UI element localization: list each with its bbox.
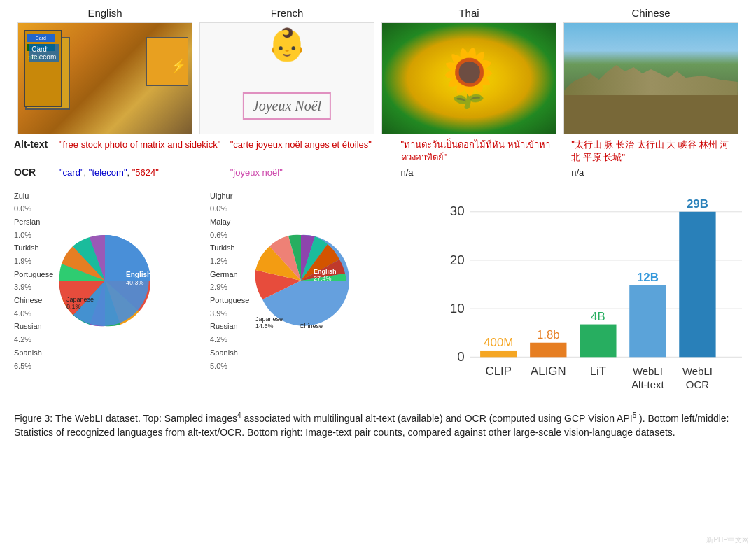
svg-text:29B: 29B (687, 197, 708, 211)
english-label: English (88, 7, 122, 19)
svg-text:ALIGN: ALIGN (531, 365, 566, 378)
pie2-label-malay: Malay0.6% (210, 215, 249, 241)
svg-text:30: 30 (450, 204, 465, 218)
alt-text-english-text: "free stock photo of matrix and sidekick… (59, 139, 220, 150)
svg-text:0: 0 (457, 348, 464, 363)
top-section: English Card telecom 5624 ⚡ French 👶 (14, 7, 742, 183)
bar-webli-alt (629, 285, 666, 357)
image-row: English Card telecom 5624 ⚡ French 👶 (14, 7, 742, 134)
svg-text:English: English (126, 271, 151, 278)
ocr-english: "card", "telecom", "5624" (59, 167, 230, 179)
pie2-label-spanish: Spanish5.0% (210, 346, 249, 372)
svg-text:10: 10 (450, 300, 465, 315)
pie1-label-chinese: Chinese4.0% (14, 294, 53, 320)
bottom-section: Zulu0.0% Persian1.0% Turkish1.9% Portugu… (14, 190, 742, 402)
alt-text-english: "free stock photo of matrix and sidekick… (59, 139, 230, 164)
english-col: English Card telecom 5624 ⚡ (18, 7, 192, 134)
svg-text:English: English (314, 268, 337, 275)
ocr-thai: n/a (401, 167, 572, 179)
alt-text-french-text: "carte joyeux noël anges et étoiles" (230, 139, 372, 150)
alt-text-thai: "ทานตะวันเป็นดอกไม้ที่หัน หน้าเข้าหาดวงอ… (401, 139, 572, 164)
watermark: 新PHP中文网 (706, 535, 749, 545)
alt-text-french: "carte joyeux noël anges et étoiles" (230, 139, 401, 164)
svg-text:WebLI: WebLI (682, 365, 713, 377)
svg-text:4B: 4B (591, 310, 606, 323)
svg-text:OCR: OCR (686, 378, 709, 390)
caption: Figure 3: The WebLI dataset. Top: Sample… (14, 410, 742, 441)
bar-chart-svg: 30 20 10 0 400M CLIP 1.8b ALIGN 4B LiT 1… (441, 190, 742, 399)
pie2-label-german: German2.9% (210, 268, 249, 294)
caption-text2: associated with multilingual alt-text (a… (241, 412, 633, 423)
thai-col: Thai 🌻 (382, 7, 556, 134)
svg-text:20: 20 (450, 252, 465, 267)
alt-text-thai-text: "ทานตะวันเป็นดอกไม้ที่หัน หน้าเข้าหาดวงอ… (401, 139, 550, 162)
pie1-label-persian: Persian1.0% (14, 215, 53, 241)
french-image: 👶 Joyeux Noël (200, 22, 374, 134)
ocr-french-text: "joyeux noël" (230, 167, 283, 178)
alt-text-row: Alt-text "free stock photo of matrix and… (14, 139, 742, 164)
bar-lit (580, 324, 616, 357)
chinese-image (564, 22, 738, 134)
ocr-chinese: n/a (571, 167, 742, 179)
caption-text1: Figure 3: The WebLI dataset. Top: Sample… (14, 412, 237, 423)
ocr-thai-na: n/a (401, 167, 414, 178)
pie2-container: Uighur0.0% Malay0.6% Turkish1.2% German2… (210, 190, 427, 402)
pie1-label-portuguese: Portuguese3.9% (14, 268, 53, 294)
thai-label: Thai (458, 7, 479, 19)
pie1-labels-left: Zulu0.0% Persian1.0% Turkish1.9% Portugu… (14, 190, 53, 373)
pie2-labels-left: Uighur0.0% Malay0.6% Turkish1.2% German2… (210, 190, 249, 373)
svg-text:27.4%: 27.4% (314, 275, 332, 282)
pie1-label-spanish: Spanish6.5% (14, 346, 53, 372)
ocr-english-telecom: "telecom" (89, 167, 127, 178)
pie2-label-russian: Russian4.2% (210, 320, 249, 346)
ocr-chinese-na: n/a (571, 167, 584, 178)
pie2-label-turkish: Turkish1.2% (210, 241, 249, 267)
chinese-label: Chinese (631, 7, 670, 19)
svg-text:400M: 400M (484, 336, 513, 349)
bar-clip (480, 351, 517, 357)
pie1-label-zulu: Zulu0.0% (14, 190, 53, 215)
alt-text-chinese-text: "太行山 脉 长治 太行山 大 峡谷 林州 河北 平原 长城" (571, 139, 729, 162)
alt-text-chinese: "太行山 脉 长治 太行山 大 峡谷 林州 河北 平原 长城" (571, 139, 742, 164)
svg-text:Japanese: Japanese (66, 296, 94, 303)
bar-align (530, 342, 566, 357)
ocr-french: "joyeux noël" (230, 167, 401, 179)
chinese-col: Chinese (564, 7, 738, 134)
thai-image: 🌻 (382, 22, 556, 134)
svg-text:12B: 12B (637, 270, 659, 283)
bar-webli-ocr (679, 211, 715, 357)
svg-text:8.1%: 8.1% (66, 303, 81, 310)
svg-text:LiT: LiT (590, 365, 606, 378)
pie1-chart: English 40.3% Japanese 8.1% (56, 232, 154, 330)
alt-text-label: Alt-text (14, 139, 59, 150)
ocr-english-5624: "5624" (132, 167, 159, 178)
pie1-label-turkish: Turkish1.9% (14, 241, 53, 267)
svg-text:Alt-text: Alt-text (631, 378, 664, 390)
pie2-chart: English 27.4% Japanese 14.6% Chinese 8.6… (252, 232, 350, 330)
pie1-container: Zulu0.0% Persian1.0% Turkish1.9% Portugu… (14, 190, 203, 402)
svg-text:Chinese: Chinese (300, 323, 323, 330)
svg-text:WebLI: WebLI (633, 365, 663, 377)
bar-chart-container: 30 20 10 0 400M CLIP 1.8b ALIGN 4B LiT 1… (434, 190, 742, 402)
english-image: Card telecom 5624 ⚡ (18, 22, 192, 134)
svg-text:40.3%: 40.3% (126, 279, 144, 286)
pie2-label-portuguese: Portuguese3.9% (210, 294, 249, 320)
french-col: French 👶 Joyeux Noël (200, 7, 374, 134)
svg-text:1.8b: 1.8b (537, 328, 560, 341)
alt-text-cols: "free stock photo of matrix and sidekick… (59, 139, 742, 164)
pie1-label-russian: Russian4.2% (14, 320, 53, 346)
ocr-label: OCR (14, 167, 59, 178)
french-label: French (271, 7, 304, 19)
svg-text:14.6%: 14.6% (255, 323, 274, 330)
ocr-row: OCR "card", "telecom", "5624" "joyeux no… (14, 167, 742, 179)
ocr-cols: "card", "telecom", "5624" "joyeux noël" … (59, 167, 742, 179)
svg-text:Japanese: Japanese (255, 316, 283, 323)
ocr-english-card: "card" (59, 167, 84, 178)
svg-text:CLIP: CLIP (486, 365, 512, 378)
pie2-label-uighur: Uighur0.0% (210, 190, 249, 215)
